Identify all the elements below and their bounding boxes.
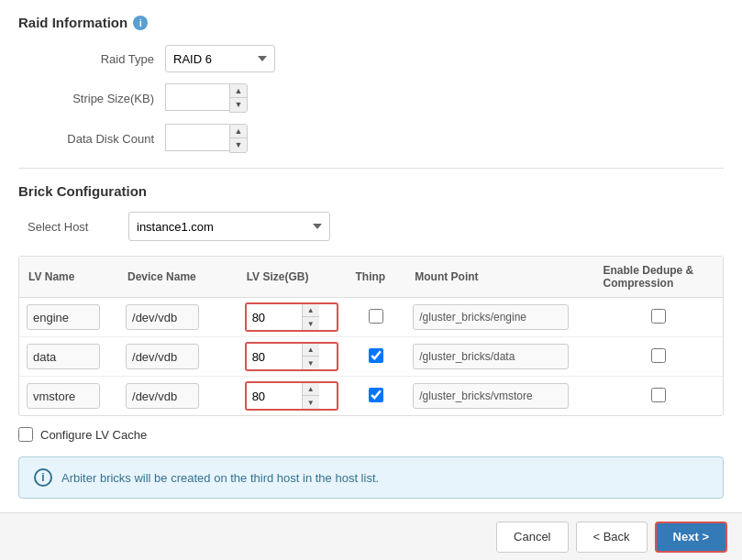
lv-name-input[interactable] — [27, 344, 100, 369]
lv-size-input[interactable] — [247, 304, 302, 330]
mount-point-input[interactable] — [413, 344, 569, 369]
stripe-size-label: Stripe Size(KB) — [18, 92, 165, 105]
lv-size-up[interactable]: ▲ — [303, 304, 319, 317]
brick-table: LV Name Device Name LV Size(GB) Thinp Mo… — [19, 257, 723, 415]
arbiter-info-icon: i — [34, 468, 52, 487]
lv-size-wrapper: ▲▼ — [245, 342, 339, 371]
col-header-lv-name: LV Name — [19, 257, 118, 298]
data-disk-spinner[interactable]: 12 ▲ ▼ — [165, 124, 248, 153]
thinp-checkbox[interactable] — [369, 309, 383, 324]
col-header-device: Device Name — [118, 257, 238, 298]
device-name-input[interactable] — [126, 383, 199, 409]
arbiter-info-banner: i Arbiter bricks will be created on the … — [18, 456, 724, 499]
stripe-size-input[interactable]: 256 — [165, 83, 229, 111]
lv-name-input[interactable] — [27, 383, 100, 409]
stripe-size-up[interactable]: ▲ — [230, 84, 247, 98]
device-name-input[interactable] — [126, 344, 199, 369]
select-host-dropdown[interactable]: instance1.com instance2.com instance3.co… — [128, 212, 330, 241]
lv-size-input[interactable] — [247, 344, 302, 369]
table-row: ▲▼ — [19, 298, 723, 337]
raid-type-label: Raid Type — [18, 52, 165, 66]
data-disk-up[interactable]: ▲ — [230, 125, 247, 138]
stripe-size-spinner[interactable]: 256 ▲ ▼ — [165, 83, 248, 113]
configure-lv-cache-checkbox[interactable] — [18, 427, 33, 442]
table-row: ▲▼ — [19, 337, 723, 377]
footer-bar: Cancel < Back Next > — [0, 512, 742, 560]
configure-lv-cache-label: Configure LV Cache — [40, 428, 147, 442]
dedupe-checkbox[interactable] — [651, 348, 666, 363]
data-disk-down[interactable]: ▼ — [230, 138, 247, 152]
mount-point-input[interactable] — [413, 383, 569, 409]
lv-name-input[interactable] — [27, 304, 100, 330]
raid-info-icon[interactable]: i — [133, 16, 148, 30]
lv-size-down[interactable]: ▼ — [303, 317, 319, 330]
col-header-dedupe: Enable Dedupe & Compression — [594, 257, 723, 298]
col-header-lv-size: LV Size(GB) — [238, 257, 347, 298]
lv-size-input[interactable] — [247, 383, 302, 409]
dedupe-checkbox[interactable] — [651, 309, 666, 324]
arbiter-message: Arbiter bricks will be created on the th… — [61, 471, 379, 485]
col-header-thinp: Thinp — [346, 257, 405, 298]
dedupe-checkbox[interactable] — [651, 388, 666, 402]
cancel-button[interactable]: Cancel — [496, 522, 568, 553]
raid-info-title: Raid Information — [18, 15, 127, 30]
lv-size-down[interactable]: ▼ — [303, 357, 319, 369]
back-button[interactable]: < Back — [576, 522, 648, 553]
col-header-mount: Mount Point — [405, 257, 593, 298]
raid-type-select[interactable]: RAID 6 RAID 5 RAID 10 — [165, 45, 275, 72]
device-name-input[interactable] — [126, 304, 199, 330]
table-row: ▲▼ — [19, 377, 723, 416]
data-disk-input[interactable]: 12 — [165, 124, 229, 151]
brick-config-title: Brick Configuration — [18, 183, 724, 199]
next-button[interactable]: Next > — [655, 522, 727, 553]
mount-point-input[interactable] — [413, 304, 569, 330]
lv-size-up[interactable]: ▲ — [303, 344, 319, 357]
lv-size-up[interactable]: ▲ — [303, 383, 319, 396]
thinp-checkbox[interactable] — [369, 348, 383, 363]
stripe-size-down[interactable]: ▼ — [230, 98, 247, 112]
select-host-label: Select Host — [18, 220, 128, 234]
lv-size-wrapper: ▲▼ — [245, 381, 339, 411]
data-disk-label: Data Disk Count — [18, 132, 165, 146]
thinp-checkbox[interactable] — [369, 388, 383, 402]
lv-size-down[interactable]: ▼ — [303, 396, 319, 409]
lv-size-wrapper: ▲▼ — [245, 302, 339, 332]
brick-table-container: LV Name Device Name LV Size(GB) Thinp Mo… — [18, 256, 724, 416]
